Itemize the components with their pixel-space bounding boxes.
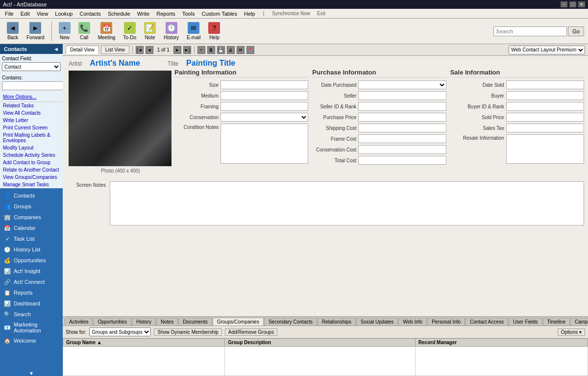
date-purchased-select[interactable] [358,80,446,89]
exit-button[interactable]: Exit [314,10,328,17]
save-button[interactable]: 💾 [217,46,225,54]
tab-relationships[interactable]: Relationships [318,318,356,326]
help-button[interactable]: ? Help [205,21,223,41]
close-button[interactable]: ✕ [578,1,585,7]
minimize-button[interactable]: − [561,1,567,7]
nav-first-button[interactable]: |◄ [136,46,144,54]
sync-button[interactable]: Synchronize Now [269,10,313,17]
nav-companies[interactable]: 🏢 Companies [0,212,63,223]
menu-help[interactable]: Help [241,10,258,18]
conservation-cost-input[interactable] [358,145,446,154]
shipping-cost-input[interactable] [358,124,446,132]
menu-write[interactable]: Write [134,10,152,18]
link-related-tasks[interactable]: Related Tasks [0,102,63,109]
date-sold-input[interactable] [506,80,584,89]
maximize-button[interactable]: □ [569,1,576,7]
history-button[interactable]: 🕐 History [161,21,182,41]
nav-calendar[interactable]: 📅 Calendar [0,223,63,233]
frame-cost-input[interactable] [358,134,446,143]
group-name-header[interactable]: Group Name ▲ [63,339,225,347]
menu-tools[interactable]: Tools [179,10,198,18]
menu-schedule[interactable]: Schedule [105,10,133,18]
buyer-id-input[interactable] [506,102,584,111]
tab-social-updates[interactable]: Social Updates [356,318,398,326]
nav-dashboard[interactable]: 📊 Dashboard [0,298,63,309]
link-modify-layout[interactable]: Modify Layout [0,144,63,151]
delete-contact-button[interactable]: 🗑 [207,46,215,54]
tab-campaign-results[interactable]: Campaign Results [570,318,588,326]
meeting-button[interactable]: 📅 Meeting [95,21,119,41]
menu-custom-tables[interactable]: Custom Tables [198,10,240,18]
seller-input[interactable] [358,91,446,100]
new-button[interactable]: + New [56,21,74,41]
size-input[interactable] [220,80,308,89]
link-add-to-group[interactable]: Add Contact to Group [0,159,63,166]
nav-welcome[interactable]: 🏠 Welcome [0,335,63,346]
medium-input[interactable] [220,91,308,100]
add-contact-button[interactable]: + [197,46,205,54]
resale-info-input[interactable] [506,134,584,164]
note-button[interactable]: 📝 Note [141,21,159,41]
nav-task-list[interactable]: ✓ Task List [0,233,63,244]
more-options-link[interactable]: More Options... [0,92,63,102]
seller-id-input[interactable] [358,102,446,111]
nav-last-button[interactable]: ►| [183,46,191,54]
sidebar-scroll-arrow[interactable]: ▼ [29,371,34,376]
screen-notes-input[interactable] [110,181,584,226]
sales-tax-input[interactable] [506,124,584,132]
tab-timeline[interactable]: Timeline [543,318,570,326]
framing-input[interactable] [220,102,308,111]
map-button[interactable]: 📍 [246,46,254,54]
menu-lookup[interactable]: Lookup [52,10,75,18]
forward-button[interactable]: ► Forward [24,21,48,41]
tab-groups-companies[interactable]: Groups/Companies [213,318,264,326]
sold-price-input[interactable] [506,113,584,122]
search-input[interactable] [493,26,567,36]
contains-input[interactable] [2,81,67,90]
link-print-mailing[interactable]: Print Mailing Labels & Envelopes [0,131,63,144]
email-button[interactable]: ✉ E-mail [184,21,203,41]
tab-contact-access[interactable]: Contact Access [466,318,508,326]
tab-personal-info[interactable]: Personal Info [427,318,465,326]
link-print-screen[interactable]: Print Current Screen [0,124,63,131]
menu-file[interactable]: File [2,10,17,18]
options-button[interactable]: Options ▾ [558,328,585,336]
add-remove-groups-button[interactable]: Add/Remove Groups [225,328,277,336]
email-contact-button[interactable]: ✉ [237,46,245,54]
sidebar-collapse-icon[interactable]: ◄ [53,46,59,52]
record-manager-header[interactable]: Record Manager [415,339,588,347]
contact-field-select[interactable]: Contact [2,62,61,71]
link-schedule-activity[interactable]: Schedule Activity Series [0,151,63,159]
nav-search[interactable]: 🔍 Search [0,309,63,320]
todo-button[interactable]: ✓ To-Do [120,21,139,41]
buyer-input[interactable] [506,91,584,100]
group-description-header[interactable]: Group Description [225,339,416,347]
nav-act-connect[interactable]: 🔗 Act! Connect [0,276,63,287]
nav-opportunities[interactable]: 💰 Opportunities [0,255,63,266]
call-button[interactable]: 📞 Call [75,21,93,41]
tab-activities[interactable]: Activities [65,318,93,326]
list-view-button[interactable]: List View [101,46,129,54]
layout-dropdown[interactable]: Web Contact Layout Premium [509,46,585,54]
print-button[interactable]: 🖨 [227,46,235,54]
nav-marketing[interactable]: 📧 Marketing Automation [0,320,63,335]
nav-act-insight[interactable]: 📊 Act! Insight [0,266,63,276]
nav-reports[interactable]: 📋 Reports [0,287,63,298]
tab-opportunities[interactable]: Opportunities [93,318,131,326]
nav-history-list[interactable]: 🕐 History List [0,244,63,255]
link-relate-contact[interactable]: Relate to Another Contact [0,166,63,174]
link-view-groups[interactable]: View Groups/Companies [0,174,63,181]
dynamic-membership-button[interactable]: Show Dynamic Membership [154,328,222,336]
link-write-letter[interactable]: Write Letter [0,117,63,124]
link-view-all-contacts[interactable]: View All Contacts [0,109,63,117]
nav-groups[interactable]: 👥 Groups [0,201,63,212]
menu-edit[interactable]: Edit [18,10,33,18]
tab-history[interactable]: History [132,318,156,326]
detail-view-button[interactable]: Detail View [66,46,99,54]
nav-contacts[interactable]: 👤 Contacts [0,190,63,201]
nav-prev-button[interactable]: ◄ [146,46,153,54]
show-for-select[interactable]: Groups and Subgroups [89,327,151,336]
link-manage-smart-tasks[interactable]: Manage Smart Tasks [0,181,63,188]
conservation-select[interactable] [220,113,308,122]
tab-notes[interactable]: Notes [156,318,178,326]
